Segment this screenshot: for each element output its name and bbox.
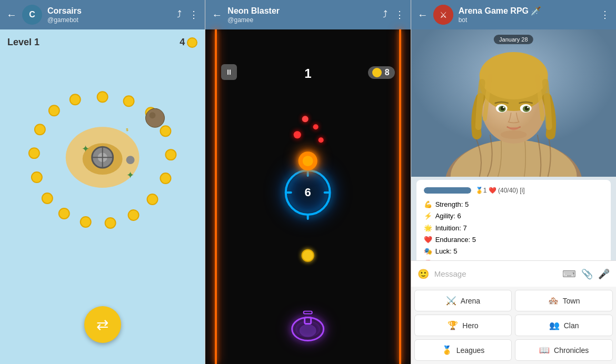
strength-label: Strength: 5 <box>435 199 469 210</box>
health-bar-container: 🥇1 ❤️ (40/40) [i] <box>424 185 603 196</box>
attachment-icon[interactable]: 📎 <box>581 268 593 280</box>
town-button[interactable]: 🏘️ Town <box>515 290 613 311</box>
character-svg <box>411 29 616 177</box>
luck-icon: 🎭 <box>424 246 432 257</box>
svg-point-16 <box>70 94 81 105</box>
agility-icon: ⚡ <box>424 210 432 222</box>
neon-game-svg: 6 <box>205 29 410 364</box>
arena-subtitle: bot <box>459 16 595 24</box>
corsairs-subtitle: @gamebot <box>47 16 172 24</box>
chronicles-button[interactable]: 📖 Chronicles <box>515 339 613 361</box>
stat-intelligence: 🧠 Intelligence: 5 <box>424 257 603 260</box>
neon-blaster-more-icon[interactable]: ⋮ <box>395 9 404 21</box>
clan-button-label: Clan <box>564 321 579 330</box>
intelligence-icon: 🧠 <box>424 257 432 260</box>
svg-point-13 <box>29 148 39 158</box>
arena-more-icon[interactable]: ⋮ <box>600 9 610 21</box>
neon-blaster-header-info: Neon Blaster @gamee <box>227 6 377 23</box>
neon-blaster-panel: ← Neon Blaster @gamee ⤴ ⋮ ⏸ 1 8 6 <box>205 0 411 364</box>
arena-button-icon: ⚔️ <box>446 296 456 306</box>
svg-point-37 <box>303 156 313 166</box>
corsairs-header-icons: ⤴ ⋮ <box>177 9 198 21</box>
message-input-area: 🙂 Message ⌨ 📎 🎤 <box>411 260 616 287</box>
health-bar-bg <box>424 187 471 194</box>
corsairs-back-button[interactable]: ← <box>6 9 17 21</box>
svg-point-28 <box>126 156 135 164</box>
svg-point-42 <box>302 250 314 261</box>
svg-rect-33 <box>307 214 309 220</box>
svg-point-1 <box>124 96 134 106</box>
svg-point-9 <box>81 217 91 227</box>
svg-text:✦: ✦ <box>126 170 134 180</box>
arena-back-button[interactable]: ← <box>418 9 428 21</box>
svg-point-40 <box>302 116 309 122</box>
svg-text:✦: ✦ <box>82 144 90 154</box>
stats-bubble: 🥇1 ❤️ (40/40) [i] 💪 Strength: 5 ⚡ Agilit… <box>416 180 611 260</box>
message-placeholder[interactable]: Message <box>434 269 557 278</box>
arena-button-label: Arena <box>461 297 480 305</box>
svg-point-7 <box>128 210 139 220</box>
corsairs-title: Corsairs <box>47 6 172 16</box>
svg-rect-32 <box>307 170 309 177</box>
svg-point-4 <box>165 149 176 160</box>
corsairs-header-info: Corsairs @gamebot <box>47 6 172 23</box>
svg-rect-34 <box>286 191 292 194</box>
agility-label: Agility: 6 <box>435 210 461 222</box>
leagues-button-label: Leagues <box>456 346 485 355</box>
hero-button-icon: 🏆 <box>448 320 458 330</box>
health-text: 🥇1 ❤️ (40/40) [i] <box>475 185 525 196</box>
stat-endurance: ❤️ Endurance: 5 <box>424 234 603 246</box>
action-buttons: ⚔️ Arena 🏘️ Town 🏆 Hero 👥 Clan 🥇 Leagues… <box>411 287 616 364</box>
arena-header-info: Arena Game RPG 🗡️ bot <box>459 6 595 23</box>
svg-point-26 <box>146 108 165 127</box>
clan-button[interactable]: 👥 Clan <box>515 315 613 336</box>
corsairs-panel: ← C Corsairs @gamebot ⤴ ⋮ Level 1 4 <box>0 0 205 364</box>
stat-agility: ⚡ Agility: 6 <box>424 210 603 222</box>
town-button-label: Town <box>563 297 580 305</box>
corsairs-header: ← C Corsairs @gamebot ⤴ ⋮ <box>0 0 205 29</box>
chronicles-button-icon: 📖 <box>539 345 550 355</box>
stat-luck: 🎭 Luck: 5 <box>424 246 603 257</box>
neon-blaster-title: Neon Blaster <box>227 6 377 16</box>
arena-chat-area: January 28 <box>411 29 616 260</box>
swap-button[interactable]: ⇄ <box>84 306 121 343</box>
leagues-button[interactable]: 🥇 Leagues <box>414 339 512 361</box>
intuition-label: Intuition: 7 <box>435 223 467 234</box>
keyboard-icon[interactable]: ⌨ <box>562 268 576 280</box>
endurance-icon: ❤️ <box>424 234 432 246</box>
emoji-icon[interactable]: 🙂 <box>418 268 429 280</box>
svg-point-6 <box>147 194 158 205</box>
character-portrait: January 28 <box>411 29 616 177</box>
corsairs-more-icon[interactable]: ⋮ <box>189 9 198 21</box>
neon-blaster-share-icon[interactable]: ⤴ <box>383 9 388 21</box>
corsairs-game-area: Level 1 4 <box>0 29 205 364</box>
svg-point-14 <box>35 124 45 135</box>
neon-blaster-back-button[interactable]: ← <box>212 9 222 21</box>
svg-point-10 <box>59 208 69 219</box>
arena-avatar: ⚔ <box>433 5 453 25</box>
health-bar-fill <box>424 187 471 194</box>
svg-point-27 <box>150 112 156 118</box>
mic-icon[interactable]: 🎤 <box>598 268 610 280</box>
chronicles-button-label: Chronicles <box>554 346 589 355</box>
date-badge: January 28 <box>494 35 533 44</box>
svg-point-5 <box>160 173 171 184</box>
arena-title: Arena Game RPG 🗡️ <box>459 6 595 16</box>
arena-header: ← ⚔ Arena Game RPG 🗡️ bot ⋮ <box>411 0 616 29</box>
svg-point-39 <box>313 124 319 129</box>
hero-button-label: Hero <box>462 321 478 330</box>
hero-button[interactable]: 🏆 Hero <box>414 315 512 336</box>
svg-point-0 <box>97 92 108 102</box>
leagues-button-icon: 🥇 <box>442 345 452 355</box>
svg-text:⚔: ⚔ <box>440 11 447 19</box>
clan-button-icon: 👥 <box>549 320 560 330</box>
svg-text:6: 6 <box>305 186 311 199</box>
arena-header-icons: ⋮ <box>600 9 610 21</box>
svg-point-15 <box>49 105 59 116</box>
corsairs-avatar: C <box>22 5 42 25</box>
svg-point-65 <box>527 107 529 108</box>
corsairs-share-icon[interactable]: ⤴ <box>177 9 182 21</box>
intuition-icon: 🌟 <box>424 223 432 234</box>
stat-intuition: 🌟 Intuition: 7 <box>424 223 603 234</box>
arena-button[interactable]: ⚔️ Arena <box>414 290 512 311</box>
